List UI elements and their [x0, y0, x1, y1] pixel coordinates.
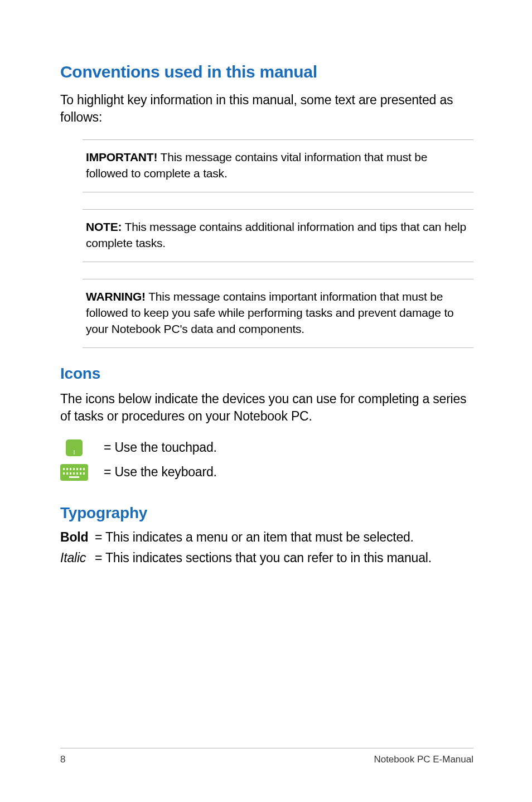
icons-intro: The icons below indicate the devices you…	[60, 390, 473, 425]
important-text: IMPORTANT! This message contains vital i…	[86, 149, 470, 182]
note-body: This message contains additional informa…	[86, 220, 466, 249]
page-number: 8	[60, 754, 65, 765]
keyboard-row: = Use the keyboard.	[60, 463, 473, 482]
footer-title: Notebook PC E-Manual	[374, 754, 473, 765]
bold-desc: = This indicates a menu or an item that …	[95, 530, 414, 545]
conventions-intro: To highlight key information in this man…	[60, 91, 473, 126]
note-label: NOTE:	[86, 220, 122, 233]
page-footer: 8 Notebook PC E-Manual	[60, 748, 473, 765]
touchpad-icon-box	[60, 438, 88, 457]
important-label: IMPORTANT!	[86, 151, 157, 163]
note-text: NOTE: This message contains additional i…	[86, 219, 470, 252]
important-callout: IMPORTANT! This message contains vital i…	[83, 139, 473, 192]
italic-row: Italic = This indicates sections that yo…	[60, 550, 473, 566]
touchpad-row: = Use the touchpad.	[60, 438, 473, 457]
conventions-heading: Conventions used in this manual	[60, 62, 473, 81]
icons-heading: Icons	[60, 365, 473, 383]
typography-heading: Typography	[60, 504, 473, 522]
warning-text: WARNING! This message contains important…	[86, 288, 470, 337]
italic-label: Italic	[60, 550, 95, 566]
italic-desc: = This indicates sections that you can r…	[95, 550, 432, 566]
warning-label: WARNING!	[86, 290, 146, 303]
bold-label: Bold	[60, 530, 95, 545]
bold-row: Bold = This indicates a menu or an item …	[60, 530, 473, 545]
warning-callout: WARNING! This message contains important…	[83, 279, 473, 348]
touchpad-text: = Use the touchpad.	[104, 440, 217, 455]
keyboard-icon	[60, 464, 88, 481]
keyboard-icon-box	[60, 463, 88, 482]
touchpad-icon	[66, 439, 83, 456]
keyboard-text: = Use the keyboard.	[104, 465, 217, 480]
note-callout: NOTE: This message contains additional i…	[83, 209, 473, 262]
